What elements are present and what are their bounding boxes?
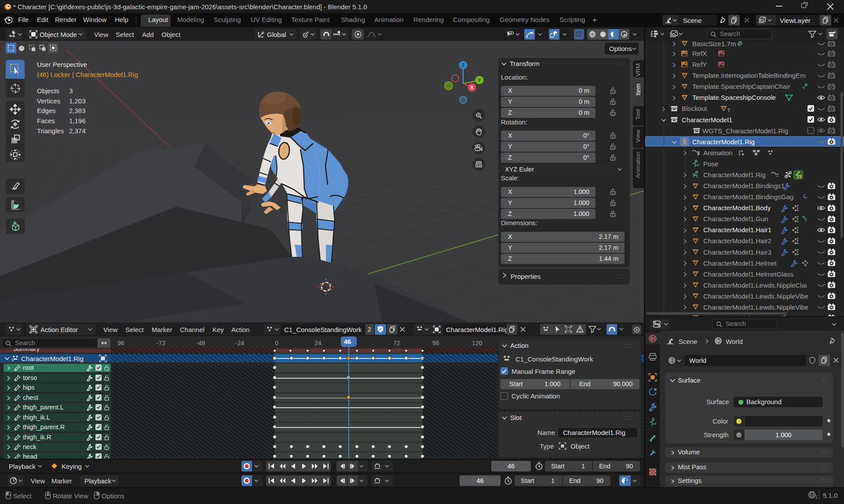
svg-text:X: X bbox=[470, 85, 474, 90]
svg-text:Y: Y bbox=[478, 77, 481, 83]
svg-text:Z: Z bbox=[462, 62, 465, 68]
